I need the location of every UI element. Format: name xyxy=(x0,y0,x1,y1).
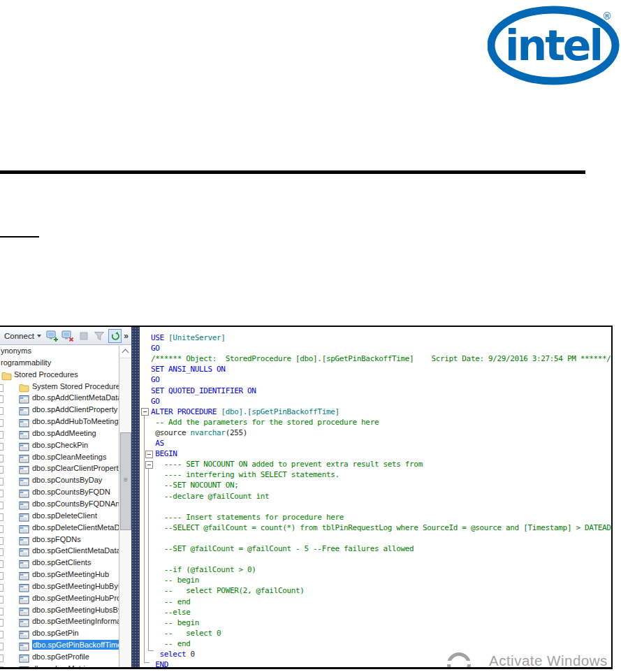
expand-stub-icon[interactable] xyxy=(0,431,3,439)
expand-stub-icon[interactable] xyxy=(0,525,3,533)
sproc-icon xyxy=(19,476,29,487)
code-line: --declare @failCount int xyxy=(151,492,269,502)
code-line: GO xyxy=(151,344,160,354)
expand-stub-icon[interactable] xyxy=(0,443,3,451)
tree-item-dbo-spgetmeetinghub[interactable]: dbo.spGetMeetingHub xyxy=(0,569,119,581)
tree-item-ynonyms[interactable]: ynonyms xyxy=(0,346,119,358)
tree-item-rogrammability[interactable]: rogrammability xyxy=(0,358,119,370)
tree-item-dbo-spaddhubtomeeting[interactable]: dbo.spAddHubToMeeting xyxy=(0,416,119,428)
tree-item-dbo-spgetmeetinghubbyfq[interactable]: dbo.spGetMeetingHubByFQ xyxy=(0,581,119,593)
expand-stub-icon[interactable] xyxy=(0,643,3,650)
tree-item-dbo-spgetpin[interactable]: dbo.spGetPin xyxy=(0,628,119,640)
code-line: @source nvarchar(255) xyxy=(151,428,247,439)
expand-stub-icon[interactable] xyxy=(0,384,3,392)
tree-item-dbo-spclearclientproperties[interactable]: dbo.spClearClientProperties xyxy=(0,463,119,475)
tree-item-dbo-spgetprofile[interactable]: dbo.spGetProfile xyxy=(0,652,119,664)
code-token: -- select 0 xyxy=(151,629,221,638)
tree-item-dbo-spgetmeetinginformat[interactable]: dbo.spGetMeetingInformat xyxy=(0,616,119,628)
code-line: -- end xyxy=(151,597,190,608)
code-token: [UniteServer] xyxy=(168,333,226,342)
expand-stub-icon[interactable] xyxy=(0,548,3,556)
tree-item-stored-procedures[interactable]: Stored Procedures xyxy=(0,370,119,381)
expand-stub-icon[interactable] xyxy=(0,490,3,497)
expand-stub-icon[interactable] xyxy=(0,537,3,545)
tree-item-dbo-spgetmeetinghubprop[interactable]: dbo.spGetMeetingHubProp xyxy=(0,593,119,605)
expand-stub-icon[interactable] xyxy=(0,560,3,568)
tree-item-dbo-spcountsbyfqdnand[interactable]: dbo.spCountsByFQDNAnd xyxy=(0,499,119,511)
code-line: GO xyxy=(151,375,160,386)
scrollbar-up-button[interactable] xyxy=(119,346,131,358)
tree-item-dbo-spdeleteclientmetadat[interactable]: dbo.spDeleteClientMetaDat xyxy=(0,523,119,534)
sql-editor[interactable]: USE [UniteServer]GO/****** Object: Store… xyxy=(140,327,611,667)
tree-item-dbo-spcleanmeetings[interactable]: dbo.spCleanMeetings xyxy=(0,452,119,464)
expand-stub-icon[interactable] xyxy=(0,572,3,580)
code-line: SET QUOTED_IDENTIFIER ON xyxy=(151,386,256,397)
expand-stub-icon[interactable] xyxy=(0,513,3,521)
filter-icon[interactable] xyxy=(92,329,105,343)
scrollbar-thumb[interactable] xyxy=(120,432,131,530)
sproc-icon xyxy=(19,665,29,667)
tree-item-system-stored-procedures[interactable]: System Stored Procedures xyxy=(0,381,119,393)
code-line: --if (@failCount > 0) xyxy=(151,565,256,576)
stop-icon[interactable] xyxy=(77,329,90,343)
expand-stub-icon[interactable] xyxy=(0,455,3,462)
tree-scrollbar[interactable] xyxy=(119,346,131,667)
tree-item-dbo-spaddmeeting[interactable]: dbo.spAddMeeting xyxy=(0,428,119,440)
code-line: AS xyxy=(151,439,164,449)
disconnect-icon[interactable] xyxy=(61,329,74,343)
tree-item-dbo-spgetclients[interactable]: dbo.spGetClients xyxy=(0,557,119,569)
tree-item-label: System Stored Procedures xyxy=(32,382,119,390)
fold-collapse-icon[interactable] xyxy=(141,408,149,416)
expand-stub-icon[interactable] xyxy=(0,419,3,427)
sproc-icon xyxy=(19,594,29,605)
tree-item-label: dbo.spAddHubToMeeting xyxy=(32,417,119,425)
code-token: -- begin xyxy=(151,576,199,585)
code-line: ---- interfering with SELECT statements. xyxy=(151,470,339,481)
tree-item-dbo-spcountsbyfqdn[interactable]: dbo.spCountsByFQDN xyxy=(0,487,119,499)
tree-item-label: dbo.spDeleteClient xyxy=(32,511,97,520)
code-token: 0 xyxy=(190,650,194,659)
code-token: ---- SET NOCOUNT ON added to prevent ext… xyxy=(151,460,423,469)
expand-stub-icon[interactable] xyxy=(0,666,3,667)
tree-item-label: dbo.spGetMeetingHub xyxy=(32,570,109,578)
expand-stub-icon[interactable] xyxy=(0,631,3,638)
expand-stub-icon[interactable] xyxy=(0,395,3,403)
expand-stub-icon[interactable] xyxy=(0,608,3,615)
tree-item-dbo-spcountsbyday[interactable]: dbo.spCountsByDay xyxy=(0,475,119,487)
expand-stub-icon[interactable] xyxy=(0,466,3,474)
tree-item-dbo-spdeleteclient[interactable]: dbo.spDeleteClient xyxy=(0,511,119,523)
tree-item-label: dbo.spGetMeetingHubsByM xyxy=(32,606,119,614)
code-token: -- select POWER(2, @failCount) xyxy=(151,586,305,595)
tree-item-dbo-spfqdns[interactable]: dbo.spFQDNs xyxy=(0,534,119,546)
tree-item-dbo-spgetpinbackofftime[interactable]: dbo.spGetPinBackoffTime xyxy=(0,640,119,652)
tree-item-dbo-spgetclientmetadata[interactable]: dbo.spGetClientMetaData xyxy=(0,546,119,557)
fold-guide-tick xyxy=(148,650,154,651)
folder-icon xyxy=(19,383,29,393)
expand-stub-icon[interactable] xyxy=(0,655,3,662)
fold-collapse-icon[interactable] xyxy=(145,461,153,469)
tree-item-dbo-splogmetric[interactable]: dbo.spLogMetric xyxy=(0,664,119,667)
code-line: ---- SET NOCOUNT ON added to prevent ext… xyxy=(151,460,423,470)
tree-item-dbo-spaddclientmetadata[interactable]: dbo.spAddClientMetaData xyxy=(0,393,119,404)
code-token: -- end xyxy=(151,597,190,606)
tree-item-dbo-spcheckpin[interactable]: dbo.spCheckPin xyxy=(0,440,119,452)
expand-stub-icon[interactable] xyxy=(0,407,3,415)
expand-stub-icon[interactable] xyxy=(0,502,3,509)
refresh-icon[interactable] xyxy=(108,329,122,343)
tree-item-dbo-spgetmeetinghubsbym[interactable]: dbo.spGetMeetingHubsByM xyxy=(0,605,119,617)
tree-item-label: dbo.spCleanMeetings xyxy=(32,453,106,461)
tree-item-label: dbo.spGetMeetingInformat xyxy=(32,617,119,625)
code-line: ALTER PROCEDURE [dbo].[spGetPinBackoffTi… xyxy=(151,407,339,418)
toolbar-overflow-icon[interactable]: » xyxy=(124,331,129,341)
expand-stub-icon[interactable] xyxy=(0,596,3,604)
tree-item-label: dbo.spCountsByFQDNAnd xyxy=(32,499,119,508)
connect-button[interactable]: Connect xyxy=(2,330,43,342)
code-line: BEGIN xyxy=(151,449,177,460)
expand-stub-icon[interactable] xyxy=(0,619,3,627)
expand-stub-icon[interactable] xyxy=(0,478,3,485)
expand-stub-icon[interactable] xyxy=(0,584,3,592)
connect-icon[interactable] xyxy=(45,329,59,343)
object-explorer-toolbar: Connect xyxy=(0,327,131,345)
tree-item-dbo-spaddclientproperty[interactable]: dbo.spAddClientProperty xyxy=(0,404,119,416)
fold-collapse-icon[interactable] xyxy=(145,451,153,458)
